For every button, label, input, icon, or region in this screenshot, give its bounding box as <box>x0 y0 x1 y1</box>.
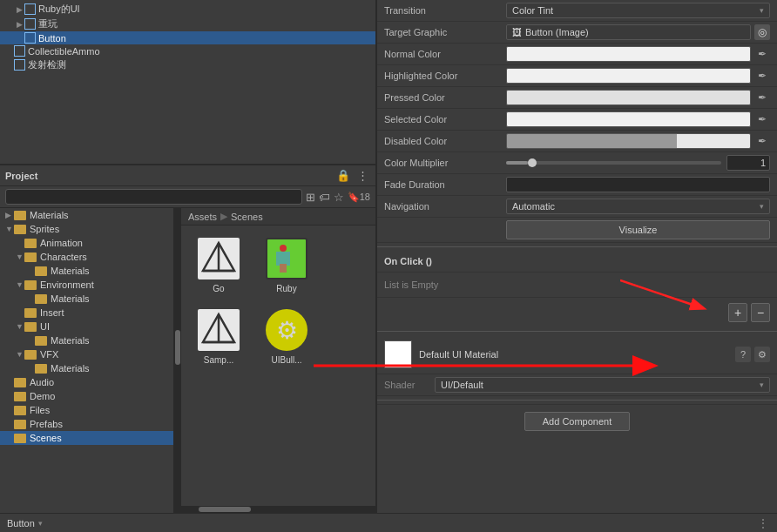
pressed-color-field[interactable] <box>506 90 751 105</box>
tree-arrow-ruby-ui: ▶ <box>14 4 24 15</box>
folder-environment[interactable]: ▼ Environment <box>0 278 173 292</box>
highlighted-color-eyedropper[interactable]: ✒ <box>754 68 770 84</box>
badge-count: 🔖18 <box>348 192 370 203</box>
bottom-dropdown-arrow: ▾ <box>38 519 43 528</box>
material-info: Default UI Material <box>419 349 728 360</box>
folder-vfx-materials[interactable]: Materials <box>0 361 173 375</box>
selected-color-eyedropper[interactable]: ✒ <box>754 111 770 127</box>
filter-icon[interactable]: ⊞ <box>306 191 315 204</box>
hierarchy-item-fachejiance[interactable]: 发射检测 <box>0 57 375 72</box>
hierarchy-item-ruby-ui[interactable]: ▶ Ruby的UI <box>0 2 375 17</box>
navigation-row: Navigation Automatic ▾ <box>377 196 777 218</box>
material-help-button[interactable]: ? <box>735 347 751 362</box>
shader-row: Shader UI/Default ▾ <box>377 374 777 396</box>
navigation-dropdown[interactable]: Automatic ▾ <box>506 199 770 214</box>
hierarchy-item-button[interactable]: Button <box>0 31 375 44</box>
tree-arrow-button <box>14 33 24 44</box>
folder-prefabs[interactable]: Prefabs <box>0 417 173 431</box>
folder-insert[interactable]: Insert <box>0 306 173 320</box>
breadcrumb-assets[interactable]: Assets <box>188 212 217 222</box>
shader-dropdown[interactable]: UI/Default ▾ <box>435 377 770 393</box>
folder-vfx[interactable]: ▼ VFX <box>0 347 173 361</box>
color-multiplier-label: Color Multiplier <box>384 158 506 168</box>
visualize-button[interactable]: Visualize <box>506 220 770 239</box>
folder-characters[interactable]: ▼ Characters <box>0 250 173 264</box>
project-panel-title: Project <box>5 171 334 181</box>
material-settings-button[interactable]: ⚙ <box>754 347 770 362</box>
unity-logo-samp <box>198 309 240 351</box>
bottom-bar: Button ▾ ⋮ <box>0 513 777 532</box>
cube-icon-chongwan <box>24 18 36 30</box>
assets-breadcrumb: Assets ▶ Scenes <box>181 208 375 226</box>
folder-scenes[interactable]: Scenes <box>0 431 173 445</box>
unity-logo-go <box>198 238 240 279</box>
add-component-button[interactable]: Add Component <box>524 412 631 431</box>
folder-sprites[interactable]: ▼ Sprites <box>0 222 173 236</box>
navigation-value: Automatic <box>512 201 555 212</box>
normal-color-eyedropper[interactable]: ✒ <box>754 46 770 62</box>
navigation-dropdown-arrow: ▾ <box>760 202 764 211</box>
remove-onclick-button[interactable]: − <box>751 303 770 322</box>
bottom-dots-icon[interactable]: ⋮ <box>757 516 770 530</box>
highlighted-color-field[interactable] <box>506 68 751 84</box>
hierarchy-item-chongwan[interactable]: ▶ 重玩 <box>0 17 375 31</box>
target-graphic-pick-button[interactable]: ◎ <box>754 24 770 40</box>
star-icon[interactable]: ☆ <box>334 191 344 204</box>
asset-thumb-uibull: ⚙ <box>264 307 309 353</box>
folder-ui-materials[interactable]: Materials <box>0 333 173 347</box>
assets-grid: Go Ruby <box>181 226 375 506</box>
folder-characters-materials[interactable]: Materials <box>0 264 173 278</box>
section-divider-1 <box>377 246 777 247</box>
pressed-color-eyedropper[interactable]: ✒ <box>754 90 770 105</box>
bottom-label: Button <box>7 518 35 529</box>
normal-color-label: Normal Color <box>384 49 506 59</box>
folder-materials-root[interactable]: ▶ Materials <box>0 208 173 222</box>
asset-uibull[interactable]: ⚙ UIBull... <box>256 304 317 368</box>
gear-sprite: ⚙ <box>266 309 307 351</box>
inspector-panel: Transition Color Tint ▾ Target Graphic 🖼… <box>376 0 777 513</box>
fade-duration-input[interactable]: 0.1 <box>506 177 770 192</box>
add-onclick-button[interactable]: + <box>728 303 747 322</box>
folder-animation[interactable]: Animation <box>0 236 173 250</box>
project-search-input[interactable] <box>5 189 302 205</box>
breadcrumb-scenes[interactable]: Scenes <box>231 212 263 222</box>
disabled-color-eyedropper[interactable]: ✒ <box>754 133 770 149</box>
folder-demo[interactable]: Demo <box>0 389 173 403</box>
lock-icon[interactable]: 🔒 <box>334 168 352 183</box>
hierarchy-item-collectibleammo[interactable]: CollectibleAmmo <box>0 44 375 57</box>
highlighted-color-row: Highlighted Color ✒ <box>377 65 777 87</box>
tree-label-ruby-ui: Ruby的UI <box>38 3 80 16</box>
assets-horizontal-scrollbar[interactable] <box>181 506 375 513</box>
visualize-row: Visualize <box>377 218 777 243</box>
color-multiplier-value: 1 <box>726 155 770 171</box>
transition-dropdown[interactable]: Color Tint ▾ <box>506 3 770 18</box>
folder-environment-materials[interactable]: Materials <box>0 292 173 306</box>
normal-color-field[interactable] <box>506 46 751 62</box>
navigation-label: Navigation <box>384 201 506 212</box>
tag-icon[interactable]: 🏷 <box>319 191 330 204</box>
target-graphic-field[interactable]: 🖼 Button (Image) <box>506 24 751 40</box>
color-multiplier-row: Color Multiplier 1 <box>377 152 777 174</box>
asset-samp[interactable]: Samp... <box>188 304 249 368</box>
transition-dropdown-arrow: ▾ <box>760 6 764 15</box>
asset-ruby[interactable]: Ruby <box>256 232 317 297</box>
material-preview <box>384 340 412 368</box>
disabled-color-label: Disabled Color <box>384 136 506 146</box>
shader-label: Shader <box>384 380 428 390</box>
pressed-color-label: Pressed Color <box>384 92 506 103</box>
folders-scrollbar[interactable] <box>174 208 181 513</box>
asset-name-go: Go <box>213 284 224 293</box>
asset-go[interactable]: Go <box>188 232 249 297</box>
folder-files[interactable]: Files <box>0 403 173 417</box>
asset-name-samp: Samp... <box>204 355 233 365</box>
normal-color-row: Normal Color ✒ <box>377 44 777 65</box>
folder-ui[interactable]: ▼ UI <box>0 320 173 333</box>
more-icon[interactable]: ⋮ <box>355 168 370 183</box>
disabled-color-field[interactable] <box>506 133 751 149</box>
folder-audio[interactable]: Audio <box>0 375 173 389</box>
tree-label-fachejiance: 发射检测 <box>28 58 66 71</box>
transition-label: Transition <box>384 5 506 16</box>
selected-color-field[interactable] <box>506 111 751 127</box>
shader-value: UI/Default <box>441 380 483 390</box>
color-multiplier-slider[interactable] <box>506 161 721 165</box>
